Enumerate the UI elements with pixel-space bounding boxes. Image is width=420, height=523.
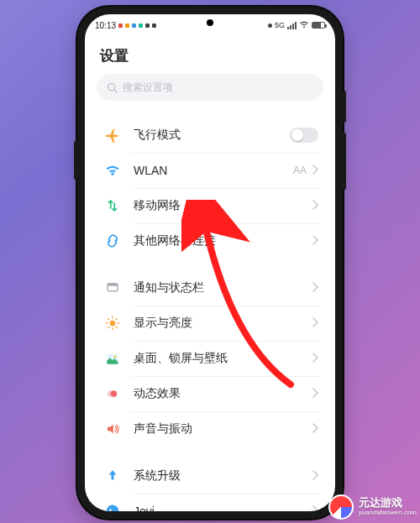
row-label: 其他网络与连接 xyxy=(134,233,312,248)
sound-icon xyxy=(103,420,122,438)
status-app-dot xyxy=(145,24,150,28)
network-type: 5G xyxy=(275,21,285,29)
row-label: 通知与状态栏 xyxy=(134,280,312,295)
chevron-right-icon xyxy=(312,504,318,511)
row-label: 桌面、锁屏与壁纸 xyxy=(134,351,312,366)
row-label: 动态效果 xyxy=(134,386,312,401)
front-camera xyxy=(207,19,213,26)
chevron-right-icon xyxy=(312,351,318,366)
wifi-icon xyxy=(299,21,309,30)
page-title: 设置 xyxy=(85,36,335,74)
jovi-icon xyxy=(103,502,122,511)
svg-point-16 xyxy=(108,390,114,397)
row-label: 显示与亮度 xyxy=(134,316,312,331)
row-airplane-mode[interactable]: 飞行模式 xyxy=(88,118,332,153)
svg-line-11 xyxy=(108,327,109,327)
status-app-dot xyxy=(152,24,156,28)
status-app-dot xyxy=(132,24,136,28)
settings-list: 飞行模式 WLAN AA 移动网络 xyxy=(85,106,335,511)
phone-frame: 10:13 5G 设置 搜索设置项 xyxy=(77,7,343,519)
svg-line-12 xyxy=(116,319,117,320)
row-label: 飞行模式 xyxy=(134,128,290,143)
row-value: AA xyxy=(293,165,307,176)
svg-line-10 xyxy=(116,327,117,327)
update-icon xyxy=(103,467,122,485)
motion-icon xyxy=(103,384,122,403)
chevron-right-icon xyxy=(312,468,318,484)
row-sound[interactable]: 声音与振动 xyxy=(88,411,332,447)
row-jovi[interactable]: Jovi xyxy=(88,494,332,511)
search-placeholder: 搜索设置项 xyxy=(123,81,173,95)
svg-point-4 xyxy=(110,321,116,327)
notification-icon xyxy=(103,279,122,297)
svg-line-9 xyxy=(108,319,109,320)
status-indicator xyxy=(268,24,272,28)
watermark-brand: 元达游戏 xyxy=(359,497,417,509)
row-other-network[interactable]: 其他网络与连接 xyxy=(88,223,332,259)
search-input[interactable]: 搜索设置项 xyxy=(97,74,323,101)
airplane-toggle[interactable] xyxy=(290,128,318,143)
battery-icon xyxy=(312,22,325,29)
wifi-icon xyxy=(103,161,122,180)
watermark: 元达游戏 yuandafanwen.com xyxy=(328,494,417,520)
status-app-dot xyxy=(118,24,123,28)
row-display[interactable]: 显示与亮度 xyxy=(88,306,332,341)
svg-rect-3 xyxy=(108,284,118,286)
row-motion[interactable]: 动态效果 xyxy=(88,376,332,411)
power-button xyxy=(74,141,77,180)
status-time: 10:13 xyxy=(95,21,116,30)
chevron-right-icon xyxy=(312,421,318,437)
cellular-signal-icon xyxy=(287,22,297,29)
svg-point-14 xyxy=(114,355,117,358)
chevron-right-icon xyxy=(312,233,318,248)
volume-up-button xyxy=(343,91,346,123)
watermark-logo-icon xyxy=(328,494,354,520)
row-wlan[interactable]: WLAN AA xyxy=(88,153,332,188)
row-label: 声音与振动 xyxy=(134,421,312,437)
chevron-right-icon xyxy=(312,316,318,331)
status-app-dot xyxy=(139,24,143,28)
search-icon xyxy=(107,82,118,93)
brightness-icon xyxy=(103,314,122,332)
svg-line-1 xyxy=(114,89,117,92)
screen: 10:13 5G 设置 搜索设置项 xyxy=(85,14,335,511)
row-label: Jovi xyxy=(134,505,312,511)
volume-down-button xyxy=(343,133,346,190)
chevron-right-icon xyxy=(312,163,318,178)
chevron-right-icon xyxy=(312,198,318,213)
row-notification[interactable]: 通知与状态栏 xyxy=(88,270,332,306)
wallpaper-icon xyxy=(103,349,122,368)
mobile-network-icon xyxy=(103,196,122,215)
svg-point-17 xyxy=(107,505,119,512)
chevron-right-icon xyxy=(312,280,318,295)
row-desktop[interactable]: 桌面、锁屏与壁纸 xyxy=(88,341,332,376)
row-label: 系统升级 xyxy=(134,468,312,484)
watermark-url: yuandafanwen.com xyxy=(359,510,417,517)
row-system-update[interactable]: 系统升级 xyxy=(88,458,332,494)
row-label: 移动网络 xyxy=(134,198,312,213)
link-icon xyxy=(103,232,122,250)
row-label: WLAN xyxy=(134,164,293,177)
status-app-dot xyxy=(125,24,129,28)
airplane-icon xyxy=(103,126,122,144)
row-mobile-network[interactable]: 移动网络 xyxy=(88,188,332,223)
chevron-right-icon xyxy=(312,386,318,401)
